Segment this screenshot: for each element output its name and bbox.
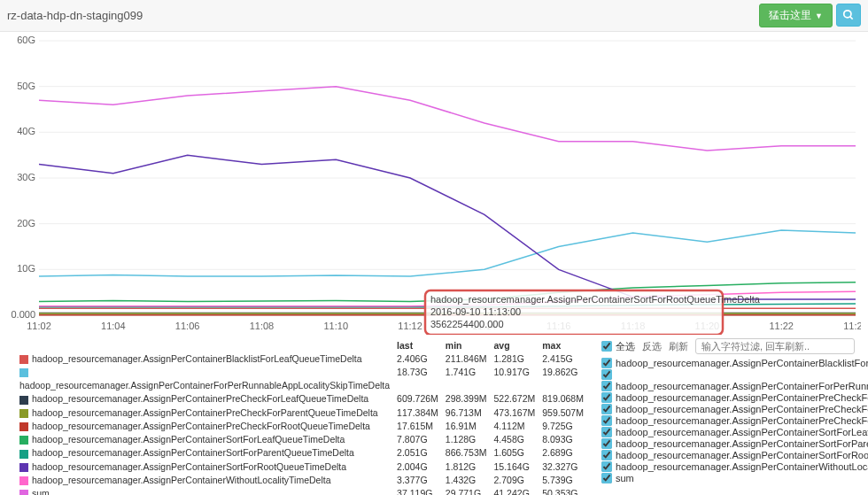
svg-text:11:10: 11:10 bbox=[324, 321, 349, 331]
svg-text:11:24: 11:24 bbox=[843, 321, 861, 331]
svg-text:11:22: 11:22 bbox=[769, 321, 794, 331]
select-all-checkbox[interactable]: 全选 bbox=[601, 340, 635, 353]
svg-text:11:02: 11:02 bbox=[27, 321, 51, 331]
metric-checkbox[interactable]: hadoop_resourcemanager.AssignPerContaine… bbox=[601, 438, 868, 449]
lower-panel: lastminavgmaxhadoop_resourcemanager.Assi… bbox=[0, 336, 868, 495]
chevron-down-icon: ▼ bbox=[815, 12, 823, 20]
metric-checkbox-list: hadoop_resourcemanager.AssignPerContaine… bbox=[601, 358, 868, 483]
table-row: hadoop_resourcemanager.AssignPerContaine… bbox=[19, 380, 589, 391]
svg-text:10G: 10G bbox=[17, 263, 35, 274]
svg-text:11:06: 11:06 bbox=[175, 321, 200, 331]
table-row: 18.73G1.741G10.917G19.862G bbox=[19, 367, 589, 378]
search-icon bbox=[842, 9, 855, 21]
metric-checkbox[interactable]: hadoop_resourcemanager.AssignPerContaine… bbox=[601, 461, 868, 472]
svg-text:60G: 60G bbox=[17, 35, 35, 45]
refresh-link[interactable]: 刷新 bbox=[669, 340, 688, 353]
control-row: 全选 反选 刷新 bbox=[601, 338, 868, 354]
table-row: hadoop_resourcemanager.AssignPerContaine… bbox=[19, 461, 589, 473]
svg-point-0 bbox=[844, 11, 851, 18]
table-row: hadoop_resourcemanager.AssignPerContaine… bbox=[19, 421, 589, 432]
filter-input[interactable] bbox=[695, 338, 855, 354]
line-chart[interactable]: 0.00010G20G30G40G50G60G11:0211:0411:0611… bbox=[7, 34, 861, 335]
svg-text:20G: 20G bbox=[17, 218, 35, 228]
metric-checkbox[interactable]: hadoop_resourcemanager.AssignPerContaine… bbox=[601, 427, 868, 437]
header-actions: 猛击这里 ▼ bbox=[759, 4, 861, 27]
table-row: hadoop_resourcemanager.AssignPerContaine… bbox=[19, 393, 589, 405]
svg-text:40G: 40G bbox=[17, 126, 35, 136]
table-row: hadoop_resourcemanager.AssignPerContaine… bbox=[19, 434, 589, 445]
metric-checkbox[interactable]: hadoop_resourcemanager.AssignPerContaine… bbox=[601, 392, 868, 403]
table-row: hadoop_resourcemanager.AssignPerContaine… bbox=[19, 353, 589, 365]
svg-text:11:08: 11:08 bbox=[250, 321, 275, 331]
metric-checkbox[interactable]: hadoop_resourcemanager.AssignPerContaine… bbox=[601, 404, 868, 414]
svg-text:50G: 50G bbox=[17, 81, 35, 91]
search-button[interactable] bbox=[836, 4, 861, 27]
svg-text:11:04: 11:04 bbox=[101, 321, 126, 331]
table-row: hadoop_resourcemanager.AssignPerContaine… bbox=[19, 475, 589, 486]
metric-checkbox[interactable]: hadoop_resourcemanager.AssignPerContaine… bbox=[601, 358, 868, 368]
svg-text:hadoop_resourcemanager.AssignP: hadoop_resourcemanager.AssignPerContaine… bbox=[430, 294, 761, 305]
metric-checkbox[interactable]: hadoop_resourcemanager.AssignPerContaine… bbox=[601, 381, 868, 391]
svg-text:11:12: 11:12 bbox=[398, 321, 422, 331]
svg-text:30G: 30G bbox=[17, 172, 35, 182]
table-row: hadoop_resourcemanager.AssignPerContaine… bbox=[19, 447, 589, 459]
svg-text:0.000: 0.000 bbox=[11, 309, 35, 320]
svg-line-1 bbox=[850, 17, 853, 19]
table-row: hadoop_resourcemanager.AssignPerContaine… bbox=[19, 407, 589, 419]
table-row: sum37.119G29.771G41.242G50.353G bbox=[19, 488, 589, 495]
invert-link[interactable]: 反选 bbox=[642, 340, 662, 353]
action-dropdown-button[interactable]: 猛击这里 ▼ bbox=[759, 4, 833, 27]
page-title: rz-data-hdp-dn-staging099 bbox=[7, 9, 143, 22]
svg-text:3562254400.000: 3562254400.000 bbox=[430, 319, 504, 329]
action-label: 猛击这里 bbox=[769, 8, 811, 23]
metric-checkbox[interactable] bbox=[601, 369, 868, 380]
metric-checkbox[interactable]: hadoop_resourcemanager.AssignPerContaine… bbox=[601, 450, 868, 460]
svg-text:2016-09-10 11:13:00: 2016-09-10 11:13:00 bbox=[430, 306, 521, 317]
controls-column: 全选 反选 刷新 hadoop_resourcemanager.AssignPe… bbox=[601, 338, 868, 495]
stats-table: lastminavgmaxhadoop_resourcemanager.Assi… bbox=[18, 338, 591, 495]
header: rz-data-hdp-dn-staging099 猛击这里 ▼ bbox=[0, 0, 868, 32]
metric-checkbox[interactable]: sum bbox=[601, 473, 868, 483]
chart-area: 0.00010G20G30G40G50G60G11:0211:0411:0611… bbox=[0, 32, 868, 336]
metric-checkbox[interactable]: hadoop_resourcemanager.AssignPerContaine… bbox=[601, 415, 868, 426]
